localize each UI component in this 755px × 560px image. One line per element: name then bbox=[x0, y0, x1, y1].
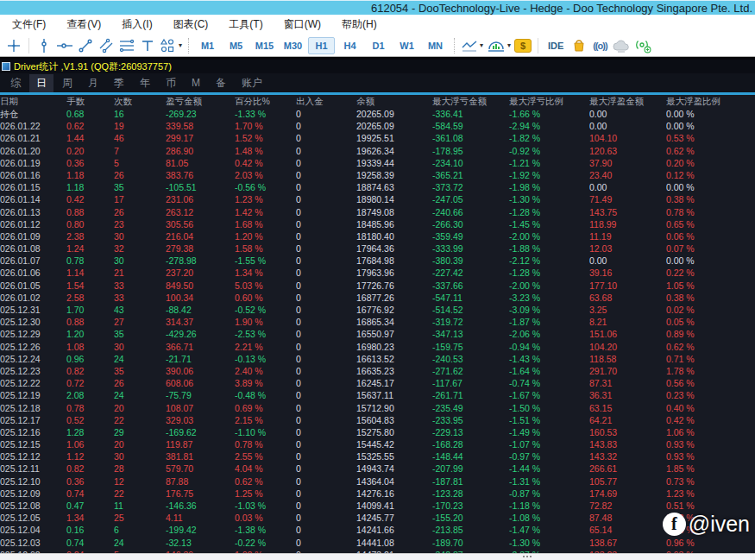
stats-panel-title-bar: Driver统计 ,V1.91 (QQ群:260937757) bbox=[0, 60, 755, 73]
cell-max_dd_pct: -1.98 % bbox=[509, 181, 589, 193]
trendline-icon[interactable] bbox=[75, 36, 96, 55]
horizontal-scrollbar[interactable] bbox=[0, 553, 755, 560]
table-row[interactable]: 026.01.200.207286.901.48 %019626.34-178.… bbox=[0, 145, 755, 157]
table-row[interactable]: 026.01.161.1826383.762.03 %019258.39-365… bbox=[0, 169, 755, 181]
stats-tab-M[interactable]: M bbox=[185, 75, 207, 91]
ide-button[interactable]: IDE bbox=[543, 36, 569, 55]
table-row[interactable]: 026.01.061.1421237.201.34 %017963.96-227… bbox=[0, 267, 755, 279]
table-row[interactable]: 025.12.291.2035-429.26-2.53 %016550.97-3… bbox=[0, 328, 755, 340]
menu-item-i[interactable]: 插入(I) bbox=[111, 15, 162, 35]
menu-item-w[interactable]: 窗口(W) bbox=[274, 15, 331, 35]
cell-lots: 0.82 bbox=[66, 462, 114, 475]
table-row[interactable]: 025.12.090.7422176.751.25 %014276.16-123… bbox=[0, 488, 755, 500]
timeframe-button-d1[interactable]: D1 bbox=[365, 37, 392, 54]
table-row[interactable]: 025.12.170.5222329.032.15 %015604.83-233… bbox=[0, 414, 755, 426]
signal-icon[interactable]: ((o)) bbox=[589, 36, 610, 55]
cell-balance: 15604.83 bbox=[356, 414, 432, 426]
stats-tab-日[interactable]: 日 bbox=[29, 74, 53, 92]
table-row[interactable]: 025.12.080.4711-146.36-1.03 %014099.41-1… bbox=[0, 500, 755, 512]
timeframe-button-mn[interactable]: MN bbox=[422, 37, 449, 54]
table-row[interactable]: 025.12.151.0620119.870.78 %015445.42-168… bbox=[0, 438, 755, 450]
menu-item-v[interactable]: 查看(V) bbox=[56, 15, 111, 35]
cell-max_dd: -373.72 bbox=[432, 181, 509, 193]
table-row[interactable]: 025.12.161.2829-169.62-1.10 %015275.80-2… bbox=[0, 426, 755, 438]
table-row[interactable]: 026.01.140.4217231.061.23 %018980.14-247… bbox=[0, 193, 755, 205]
menu-item-f[interactable]: 文件(F) bbox=[2, 15, 56, 35]
table-row[interactable]: 025.12.121.1230381.812.55 %015325.55-148… bbox=[0, 450, 755, 462]
menu-item-h[interactable]: 帮助(H) bbox=[331, 15, 387, 35]
community-icon[interactable] bbox=[632, 36, 653, 55]
table-row[interactable]: 026.01.190.36581.050.42 %019339.44-234.1… bbox=[0, 157, 755, 169]
cell-pnl: 608.06 bbox=[166, 377, 235, 389]
menu-item-c[interactable]: 图表(C) bbox=[163, 15, 219, 35]
fibonacci-icon[interactable] bbox=[116, 36, 137, 55]
table-row[interactable]: 025.12.192.0824-75.79-0.48 %015637.11-26… bbox=[0, 389, 755, 401]
market-bag-icon[interactable] bbox=[569, 36, 589, 55]
timeframe-button-w1[interactable]: W1 bbox=[393, 37, 420, 54]
table-row[interactable]: 026.01.092.3830216.041.20 %018180.40-359… bbox=[0, 230, 755, 242]
cell-max_fp: 65.14 bbox=[589, 524, 666, 536]
timeframe-button-m30[interactable]: M30 bbox=[280, 37, 306, 54]
timeframe-button-m5[interactable]: M5 bbox=[223, 37, 249, 54]
table-row[interactable]: 持仓0.6816-269.23-1.33 %020265.09-336.41-1… bbox=[0, 108, 755, 120]
table-row[interactable]: 025.12.100.361287.880.62 %014364.04-187.… bbox=[0, 475, 755, 488]
table-row[interactable]: 026.01.151.1835-105.51-0.56 %018874.63-3… bbox=[0, 181, 755, 193]
table-row[interactable]: 026.01.220.6219339.581.70 %020265.09-584… bbox=[0, 120, 755, 132]
table-row[interactable]: 025.12.110.8228579.704.04 %014943.74-207… bbox=[0, 462, 755, 475]
table-row[interactable]: 025.12.300.8827314.371.90 %016865.34-319… bbox=[0, 316, 755, 328]
table-row[interactable]: 025.12.311.7043-88.42-0.52 %016776.92-51… bbox=[0, 304, 755, 316]
table-row[interactable]: 025.12.030.7424-32.13-0.22 %014441.08-18… bbox=[0, 537, 755, 549]
table-row[interactable]: 025.12.220.7226608.063.89 %016245.17-117… bbox=[0, 377, 755, 389]
chart-type-icon[interactable]: ▾ bbox=[459, 36, 485, 55]
timeframe-button-h1[interactable]: H1 bbox=[308, 37, 335, 54]
indicators-icon[interactable]: ▾ bbox=[485, 36, 513, 55]
cell-max_fp_pct: 0.62 % bbox=[666, 341, 755, 353]
scrollbar-grip[interactable] bbox=[523, 556, 532, 557]
table-row[interactable]: 026.01.130.8826263.121.42 %018749.08-240… bbox=[0, 206, 755, 218]
stats-tab-账户[interactable]: 账户 bbox=[235, 74, 269, 92]
crosshair-icon[interactable] bbox=[3, 36, 24, 55]
menu-item-t[interactable]: 工具(T) bbox=[218, 15, 273, 35]
stats-tab-币[interactable]: 币 bbox=[159, 74, 183, 92]
table-row[interactable]: 025.12.261.0830366.712.21 %016980.23-159… bbox=[0, 341, 755, 353]
cell-inout: 0 bbox=[296, 230, 356, 242]
cell-max_fp: 0.00 bbox=[589, 181, 666, 193]
table-row[interactable]: 026.01.211.4446299.171.52 %019925.51-361… bbox=[0, 132, 755, 144]
cell-pnl: 108.07 bbox=[166, 402, 235, 414]
table-row[interactable]: 026.01.051.5433849.505.03 %017726.76-337… bbox=[0, 280, 755, 292]
table-row[interactable]: 026.01.022.5833100.340.60 %016877.26-547… bbox=[0, 292, 755, 304]
table-row[interactable]: 026.01.120.8023305.561.68 %018485.96-266… bbox=[0, 218, 755, 230]
stats-tab-季[interactable]: 季 bbox=[107, 74, 131, 92]
cell-lots: 1.20 bbox=[66, 328, 114, 340]
cell-max_dd: -547.11 bbox=[432, 292, 509, 304]
cloud-icon[interactable] bbox=[610, 36, 632, 55]
table-row[interactable]: 025.12.240.9624-21.71-0.13 %016613.52-24… bbox=[0, 353, 755, 365]
table-row[interactable]: 026.01.070.7830-278.98-1.55 %017684.98-3… bbox=[0, 255, 755, 267]
timeframe-button-h4[interactable]: H4 bbox=[337, 37, 363, 54]
cell-date: 026.01.15 bbox=[0, 181, 66, 193]
cell-trades: 20 bbox=[114, 438, 166, 450]
timeframe-button-m1[interactable]: M1 bbox=[194, 37, 221, 54]
table-row[interactable]: 026.01.081.2432279.381.58 %017964.36-333… bbox=[0, 242, 755, 255]
channel-icon[interactable] bbox=[96, 36, 116, 55]
horizontal-line-icon[interactable] bbox=[54, 36, 75, 55]
stats-tab-备[interactable]: 备 bbox=[209, 74, 233, 92]
stats-tab-月[interactable]: 月 bbox=[81, 74, 105, 92]
shapes-icon[interactable]: ▾ bbox=[158, 36, 184, 55]
table-row[interactable]: 025.12.051.34254.110.03 %014245.77-155.2… bbox=[0, 512, 755, 524]
table-row[interactable]: 025.12.230.8235390.062.40 %016635.23-271… bbox=[0, 365, 755, 377]
cell-pct: 1.23 % bbox=[235, 193, 296, 205]
table-row[interactable]: 025.12.040.166-199.42-1.38 %014241.66-21… bbox=[0, 524, 755, 536]
vertical-line-icon[interactable] bbox=[34, 36, 54, 55]
stats-tab-综[interactable]: 综 bbox=[3, 74, 28, 92]
timeframe-button-m15[interactable]: M15 bbox=[251, 37, 278, 54]
table-row[interactable]: 025.12.180.7820108.070.69 %015712.90-235… bbox=[0, 402, 755, 414]
cell-balance: 14276.16 bbox=[356, 488, 432, 500]
stats-tab-周[interactable]: 周 bbox=[55, 74, 79, 92]
cell-date: 025.12.10 bbox=[0, 475, 66, 488]
cell-max_dd_pct: -1.44 % bbox=[509, 462, 589, 475]
dollar-icon[interactable]: $ bbox=[513, 36, 533, 55]
text-tool-icon[interactable] bbox=[137, 36, 158, 55]
stats-tab-年[interactable]: 年 bbox=[133, 74, 157, 92]
cell-max_dd_pct: -1.18 % bbox=[509, 500, 589, 512]
